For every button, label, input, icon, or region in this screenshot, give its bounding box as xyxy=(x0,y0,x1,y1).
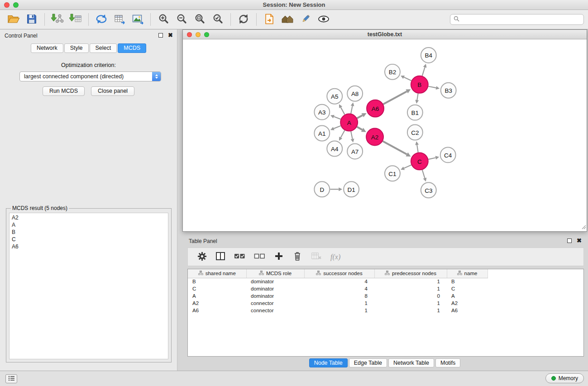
table-row[interactable]: Adominator80A xyxy=(188,292,488,300)
show-graphics-button[interactable] xyxy=(315,11,333,28)
run-mcds-button[interactable]: Run MCDS xyxy=(43,86,85,96)
table-cell[interactable]: B xyxy=(447,278,488,285)
graph-edge-B-B2[interactable] xyxy=(404,77,411,81)
import-table-button[interactable] xyxy=(67,11,85,28)
tab-select[interactable]: Select xyxy=(90,43,117,53)
toolbar-search[interactable] xyxy=(450,14,584,25)
graph-node-C[interactable]: C xyxy=(411,152,428,170)
table-cell[interactable]: A6 xyxy=(447,307,488,314)
column-header-shared-name[interactable]: shared name xyxy=(188,269,246,278)
refresh-layout-button[interactable] xyxy=(234,11,253,28)
graph-node-B[interactable]: B xyxy=(411,76,428,93)
table-cell[interactable]: 1 xyxy=(374,307,447,314)
table-cell[interactable]: 1 xyxy=(374,300,447,307)
column-header-predecessor-nodes[interactable]: predecessor nodes xyxy=(374,269,447,278)
result-item[interactable]: B xyxy=(12,229,166,236)
result-item[interactable]: A xyxy=(12,221,166,229)
graph-node-A4[interactable]: A4 xyxy=(327,141,342,156)
table-cell[interactable]: A xyxy=(447,292,488,300)
table-cell[interactable]: 4 xyxy=(304,285,374,292)
table-cell[interactable]: A6 xyxy=(188,307,246,314)
table-row[interactable]: Cdominator41C xyxy=(188,285,488,292)
close-network-button[interactable] xyxy=(187,32,192,37)
table-cell[interactable]: A xyxy=(188,292,246,300)
annotation-button[interactable] xyxy=(296,11,315,28)
import-network-button[interactable] xyxy=(48,11,67,28)
table-cell[interactable]: 1 xyxy=(304,307,374,314)
tab-mcds[interactable]: MCDS xyxy=(118,43,146,53)
select-all-button[interactable] xyxy=(234,252,245,262)
graph-node-C2[interactable]: C2 xyxy=(407,125,423,140)
tab-motifs[interactable]: Motifs xyxy=(435,358,460,367)
tab-node-table[interactable]: Node Table xyxy=(309,358,348,367)
graph-node-C4[interactable]: C4 xyxy=(440,147,456,162)
graph-node-A8[interactable]: A8 xyxy=(347,86,363,101)
table-cell[interactable]: C xyxy=(188,285,246,292)
graph-node-A5[interactable]: A5 xyxy=(327,89,342,104)
table-cell[interactable]: 8 xyxy=(304,292,374,300)
graph-edge-A-A5[interactable] xyxy=(341,107,345,114)
graph-edge-A-A3[interactable] xyxy=(334,117,340,119)
tab-edge-table[interactable]: Edge Table xyxy=(349,358,387,367)
graph-edge-A6-B[interactable] xyxy=(383,91,407,104)
float-panel-icon[interactable] xyxy=(158,33,163,38)
graph-edge-A-A8[interactable] xyxy=(351,106,352,114)
graph-node-D[interactable]: D xyxy=(314,181,330,197)
table-cell[interactable]: 1 xyxy=(374,285,447,292)
tab-network-table[interactable]: Network Table xyxy=(388,358,434,367)
save-session-button[interactable] xyxy=(23,11,41,28)
result-item[interactable]: C xyxy=(12,236,166,243)
export-image-button[interactable] xyxy=(129,11,147,28)
export-table-button[interactable] xyxy=(110,11,129,28)
column-header-MCDS-role[interactable]: MCDS role xyxy=(246,269,304,278)
task-history-button[interactable] xyxy=(5,374,17,383)
graph-node-A6[interactable]: A6 xyxy=(367,100,384,117)
tab-network[interactable]: Network xyxy=(31,43,63,53)
open-session-button[interactable] xyxy=(5,11,23,28)
criterion-dropdown[interactable]: largest connected component (directed) xyxy=(19,71,161,81)
table-cell[interactable]: C xyxy=(447,285,488,292)
zoom-network-button[interactable] xyxy=(204,32,209,37)
graph-edge-C-C2[interactable] xyxy=(417,145,418,152)
result-item[interactable]: A2 xyxy=(12,214,166,221)
resize-grip-icon[interactable] xyxy=(581,224,586,231)
table-cell[interactable]: 4 xyxy=(304,278,374,285)
graph-node-D1[interactable]: D1 xyxy=(344,181,359,197)
result-item[interactable]: A6 xyxy=(12,243,166,250)
close-table-panel-icon[interactable]: ✖ xyxy=(577,238,582,243)
table-row[interactable]: A6connector11A6 xyxy=(188,307,488,314)
close-panel-icon[interactable]: ✖ xyxy=(168,33,173,38)
zoom-fit-button[interactable] xyxy=(191,11,209,28)
close-panel-button[interactable]: Close panel xyxy=(91,86,134,96)
table-cell[interactable]: 0 xyxy=(374,292,447,300)
graph-edge-C-C4[interactable] xyxy=(428,157,435,159)
table-cell[interactable]: B xyxy=(188,278,246,285)
table-cell[interactable]: dominator xyxy=(246,285,304,292)
graph-node-A1[interactable]: A1 xyxy=(314,126,330,141)
table-settings-button[interactable] xyxy=(197,252,207,262)
delete-table-button[interactable] xyxy=(311,252,322,262)
zoom-out-button[interactable] xyxy=(172,11,191,28)
network-canvas[interactable]: B4B2BB3A5A8A6B1A3AA1C2A2A4A7C4CC1C3DD1 xyxy=(183,40,587,231)
home-view-button[interactable] xyxy=(278,11,296,28)
add-row-button[interactable] xyxy=(274,252,284,262)
column-header-name[interactable]: name xyxy=(447,269,488,278)
graph-node-A[interactable]: A xyxy=(340,114,358,131)
graph-edge-C-C3[interactable] xyxy=(422,170,425,178)
graph-node-A3[interactable]: A3 xyxy=(314,105,330,120)
table-row[interactable]: Bdominator41B xyxy=(188,278,488,285)
minimize-network-button[interactable] xyxy=(196,32,201,37)
table-cell[interactable]: 1 xyxy=(304,300,374,307)
show-columns-button[interactable] xyxy=(215,252,225,262)
graph-edge-A-A6[interactable] xyxy=(357,115,363,118)
table-cell[interactable]: connector xyxy=(246,307,304,314)
function-builder-button[interactable]: f(x) xyxy=(330,253,340,261)
graph-node-C3[interactable]: C3 xyxy=(421,182,436,198)
graph-edge-A-A7[interactable] xyxy=(351,131,352,139)
table-cell[interactable]: A2 xyxy=(447,300,488,307)
search-input[interactable] xyxy=(462,16,580,23)
deselect-all-button[interactable] xyxy=(254,252,265,262)
graph-edge-A-A2[interactable] xyxy=(357,127,363,129)
network-window-titlebar[interactable]: testGlobe.txt xyxy=(183,30,587,39)
memory-button[interactable]: Memory xyxy=(545,373,584,383)
